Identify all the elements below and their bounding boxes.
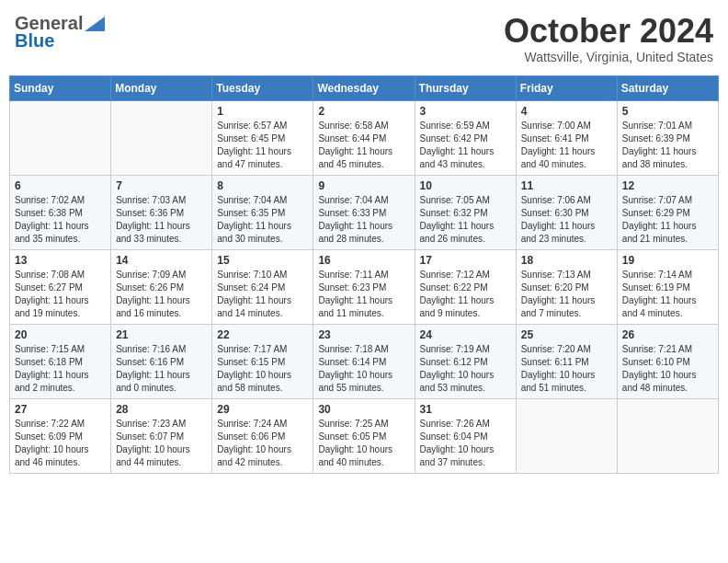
- page-header: General Blue October 2024 Wattsville, Vi…: [9, 9, 719, 68]
- weekday-header: Wednesday: [313, 75, 415, 100]
- day-info: Sunrise: 7:18 AM Sunset: 6:14 PM Dayligh…: [318, 343, 409, 395]
- day-info: Sunrise: 7:15 AM Sunset: 6:18 PM Dayligh…: [15, 343, 106, 395]
- day-info: Sunrise: 7:07 AM Sunset: 6:29 PM Dayligh…: [622, 194, 713, 246]
- day-info: Sunrise: 7:02 AM Sunset: 6:38 PM Dayligh…: [15, 194, 106, 246]
- day-info: Sunrise: 7:04 AM Sunset: 6:35 PM Dayligh…: [217, 194, 308, 246]
- day-info: Sunrise: 6:57 AM Sunset: 6:45 PM Dayligh…: [217, 120, 308, 171]
- calendar-cell: 20 Sunrise: 7:15 AM Sunset: 6:18 PM Dayl…: [10, 324, 111, 398]
- day-number: 17: [420, 254, 511, 267]
- day-info: Sunrise: 7:23 AM Sunset: 6:07 PM Dayligh…: [116, 418, 207, 469]
- day-number: 1: [217, 105, 308, 118]
- calendar-cell: 13 Sunrise: 7:08 AM Sunset: 6:27 PM Dayl…: [10, 249, 111, 324]
- day-number: 5: [622, 105, 713, 118]
- day-number: 20: [15, 328, 106, 341]
- daylight-text: Daylight: 11 hours and 30 minutes.: [217, 221, 291, 244]
- day-info: Sunrise: 7:08 AM Sunset: 6:27 PM Dayligh…: [15, 269, 106, 320]
- calendar-table: SundayMondayTuesdayWednesdayThursdayFrid…: [9, 75, 719, 474]
- sunrise-text: Sunrise: 7:18 AM: [318, 344, 388, 354]
- sunrise-text: Sunrise: 7:26 AM: [420, 419, 490, 429]
- daylight-text: Daylight: 10 hours and 40 minutes.: [318, 444, 392, 467]
- sunset-text: Sunset: 6:19 PM: [622, 282, 690, 293]
- sunrise-text: Sunrise: 7:15 AM: [15, 344, 85, 354]
- day-number: 23: [318, 328, 409, 341]
- daylight-text: Daylight: 10 hours and 53 minutes.: [420, 370, 495, 393]
- day-info: Sunrise: 7:04 AM Sunset: 6:33 PM Dayligh…: [318, 194, 409, 246]
- day-info: Sunrise: 7:09 AM Sunset: 6:26 PM Dayligh…: [116, 269, 207, 320]
- sunset-text: Sunset: 6:23 PM: [318, 282, 386, 293]
- sunset-text: Sunset: 6:20 PM: [521, 282, 589, 293]
- calendar-cell: 12 Sunrise: 7:07 AM Sunset: 6:29 PM Dayl…: [617, 175, 718, 249]
- day-number: 14: [116, 254, 207, 267]
- calendar-cell: 3 Sunrise: 6:59 AM Sunset: 6:42 PM Dayli…: [415, 100, 516, 175]
- sunrise-text: Sunrise: 7:23 AM: [116, 419, 186, 429]
- day-info: Sunrise: 7:13 AM Sunset: 6:20 PM Dayligh…: [521, 269, 612, 320]
- daylight-text: Daylight: 11 hours and 4 minutes.: [622, 295, 697, 318]
- sunset-text: Sunset: 6:29 PM: [622, 208, 690, 218]
- day-number: 3: [420, 105, 511, 118]
- daylight-text: Daylight: 10 hours and 51 minutes.: [521, 370, 596, 393]
- sunset-text: Sunset: 6:05 PM: [318, 431, 386, 442]
- sunrise-text: Sunrise: 7:03 AM: [116, 195, 186, 205]
- calendar-cell: 30 Sunrise: 7:25 AM Sunset: 6:05 PM Dayl…: [313, 398, 415, 473]
- title-block: October 2024 Wattsville, Virginia, Unite…: [504, 13, 713, 64]
- daylight-text: Daylight: 11 hours and 11 minutes.: [318, 295, 392, 318]
- sunset-text: Sunset: 6:12 PM: [420, 357, 488, 367]
- sunset-text: Sunset: 6:18 PM: [15, 357, 83, 367]
- calendar-cell: 9 Sunrise: 7:04 AM Sunset: 6:33 PM Dayli…: [313, 175, 415, 249]
- day-number: 8: [217, 179, 308, 192]
- calendar-week-row: 20 Sunrise: 7:15 AM Sunset: 6:18 PM Dayl…: [10, 324, 719, 398]
- daylight-text: Daylight: 10 hours and 44 minutes.: [116, 444, 190, 467]
- sunrise-text: Sunrise: 7:06 AM: [521, 195, 591, 205]
- location-text: Wattsville, Virginia, United States: [504, 50, 713, 64]
- day-number: 29: [217, 403, 308, 416]
- calendar-cell: 15 Sunrise: 7:10 AM Sunset: 6:24 PM Dayl…: [212, 249, 313, 324]
- sunset-text: Sunset: 6:30 PM: [521, 208, 589, 218]
- sunrise-text: Sunrise: 7:14 AM: [622, 270, 692, 280]
- sunset-text: Sunset: 6:10 PM: [622, 357, 690, 367]
- calendar-cell: [111, 100, 212, 175]
- daylight-text: Daylight: 11 hours and 9 minutes.: [420, 295, 495, 318]
- daylight-text: Daylight: 11 hours and 40 minutes.: [521, 146, 596, 169]
- day-number: 10: [420, 179, 511, 192]
- calendar-cell: 7 Sunrise: 7:03 AM Sunset: 6:36 PM Dayli…: [111, 175, 212, 249]
- sunrise-text: Sunrise: 7:11 AM: [318, 270, 388, 280]
- sunrise-text: Sunrise: 7:13 AM: [521, 270, 591, 280]
- sunrise-text: Sunrise: 7:04 AM: [318, 195, 388, 205]
- day-number: 12: [622, 179, 713, 192]
- logo-blue-text: Blue: [15, 30, 54, 52]
- sunrise-text: Sunrise: 7:20 AM: [521, 344, 591, 354]
- weekday-header: Sunday: [10, 75, 111, 100]
- day-info: Sunrise: 7:06 AM Sunset: 6:30 PM Dayligh…: [521, 194, 612, 246]
- daylight-text: Daylight: 10 hours and 55 minutes.: [318, 370, 392, 393]
- calendar-cell: 18 Sunrise: 7:13 AM Sunset: 6:20 PM Dayl…: [516, 249, 617, 324]
- svg-marker-0: [85, 17, 105, 31]
- calendar-body: 1 Sunrise: 6:57 AM Sunset: 6:45 PM Dayli…: [10, 100, 719, 473]
- day-number: 16: [318, 254, 409, 267]
- calendar-cell: [617, 398, 718, 473]
- day-info: Sunrise: 7:05 AM Sunset: 6:32 PM Dayligh…: [420, 194, 511, 246]
- calendar-cell: 17 Sunrise: 7:12 AM Sunset: 6:22 PM Dayl…: [415, 249, 516, 324]
- sunrise-text: Sunrise: 7:02 AM: [15, 195, 85, 205]
- calendar-cell: 31 Sunrise: 7:26 AM Sunset: 6:04 PM Dayl…: [415, 398, 516, 473]
- month-title: October 2024: [504, 13, 713, 50]
- day-info: Sunrise: 7:20 AM Sunset: 6:11 PM Dayligh…: [521, 343, 612, 395]
- daylight-text: Daylight: 11 hours and 35 minutes.: [15, 221, 89, 244]
- sunset-text: Sunset: 6:42 PM: [420, 133, 488, 144]
- day-number: 9: [318, 179, 409, 192]
- calendar-cell: 25 Sunrise: 7:20 AM Sunset: 6:11 PM Dayl…: [516, 324, 617, 398]
- daylight-text: Daylight: 11 hours and 38 minutes.: [622, 146, 697, 169]
- sunset-text: Sunset: 6:35 PM: [217, 208, 285, 218]
- sunrise-text: Sunrise: 6:59 AM: [420, 121, 490, 131]
- day-number: 27: [15, 403, 106, 416]
- calendar-cell: 10 Sunrise: 7:05 AM Sunset: 6:32 PM Dayl…: [415, 175, 516, 249]
- day-info: Sunrise: 7:21 AM Sunset: 6:10 PM Dayligh…: [622, 343, 713, 395]
- daylight-text: Daylight: 11 hours and 43 minutes.: [420, 146, 495, 169]
- day-number: 15: [217, 254, 308, 267]
- day-number: 22: [217, 328, 308, 341]
- day-info: Sunrise: 7:12 AM Sunset: 6:22 PM Dayligh…: [420, 269, 511, 320]
- sunrise-text: Sunrise: 7:24 AM: [217, 419, 287, 429]
- calendar-cell: 21 Sunrise: 7:16 AM Sunset: 6:16 PM Dayl…: [111, 324, 212, 398]
- sunrise-text: Sunrise: 7:22 AM: [15, 419, 85, 429]
- sunset-text: Sunset: 6:41 PM: [521, 133, 589, 144]
- calendar-cell: [516, 398, 617, 473]
